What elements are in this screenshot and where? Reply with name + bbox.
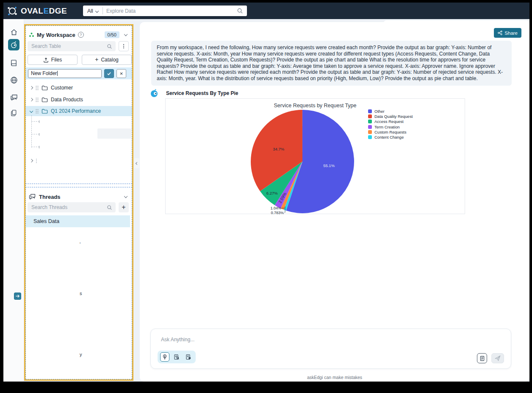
- legend-label: Other: [374, 109, 385, 114]
- folder-icon: [42, 97, 48, 103]
- workspace-menu-kebab[interactable]: [119, 41, 129, 51]
- files-label: Files: [51, 57, 62, 63]
- workspace-header: My Workspace ? 0/50: [29, 31, 129, 39]
- send-button[interactable]: [491, 353, 504, 363]
- search-icon[interactable]: [107, 44, 112, 49]
- search-threads-input[interactable]: [28, 204, 107, 210]
- share-icon: [498, 31, 502, 35]
- app-background: OVALEDGE All: [3, 3, 529, 382]
- collapse-workspace-chevron[interactable]: [124, 32, 127, 36]
- chevron-right-icon: [30, 159, 33, 162]
- legend-swatch: [368, 125, 372, 129]
- workspace-cluster-icon: [29, 32, 34, 38]
- search-scope-value: All: [87, 8, 93, 14]
- text-fragment: y: [80, 352, 82, 357]
- lightbulb-icon[interactable]: [160, 352, 169, 362]
- application-window: OVALEDGE All: [0, 0, 532, 393]
- top-navbar: OVALEDGE All: [3, 3, 529, 19]
- legend-item[interactable]: Content Change: [368, 134, 413, 139]
- confirm-folder-button[interactable]: [104, 69, 114, 78]
- legend-item[interactable]: Access Request: [368, 119, 413, 124]
- legend-item[interactable]: Custom Requests: [368, 129, 413, 134]
- workspace-panel: My Workspace ? 0/50 Files: [24, 24, 133, 381]
- legend-item[interactable]: Data Quality Request: [368, 114, 413, 119]
- new-folder-value: New Folder: [31, 70, 57, 76]
- askedgi-bot-icon[interactable]: [8, 39, 19, 50]
- collapse-threads-chevron[interactable]: [124, 194, 127, 198]
- legend-item[interactable]: Term Creation: [368, 124, 413, 129]
- drag-handle-icon[interactable]: [36, 109, 39, 114]
- document-icon[interactable]: [477, 353, 487, 363]
- drag-handle-icon[interactable]: [36, 86, 39, 90]
- legend-swatch: [368, 130, 372, 134]
- catalog-button[interactable]: + Catalog: [82, 55, 132, 65]
- legend-label: Access Request: [374, 119, 404, 124]
- search-icon[interactable]: [237, 8, 243, 14]
- legend-label: Content Change: [374, 135, 404, 139]
- thread-item-sales-data[interactable]: Sales Data: [26, 215, 130, 227]
- folder-icon: [42, 85, 48, 91]
- upload-icon: [43, 57, 49, 63]
- tree-item-collapsed[interactable]: [26, 156, 132, 165]
- ask-tools-group: [158, 351, 196, 363]
- tree-guide-line: [31, 115, 32, 148]
- chat-icon[interactable]: [8, 91, 19, 103]
- cancel-folder-button[interactable]: ×: [116, 69, 126, 78]
- text-fragment: ': [80, 242, 80, 247]
- files-button[interactable]: Files: [28, 55, 78, 65]
- pie-value-label: 55.1%: [323, 163, 335, 168]
- text-fragment: s: [80, 291, 82, 296]
- ask-right-tools: [477, 353, 504, 363]
- catalog-label: Catalog: [101, 57, 118, 63]
- legend-swatch: [368, 109, 372, 113]
- search-threads-box: [28, 202, 116, 212]
- new-folder-input[interactable]: New Folder: [28, 69, 102, 78]
- pie-chart-card: Service Requests by Request Type 55.1%2.…: [165, 98, 465, 214]
- drag-handle-icon[interactable]: [36, 159, 37, 163]
- search-table-box: [28, 41, 116, 51]
- help-icon[interactable]: ?: [78, 32, 84, 38]
- section-divider: [25, 187, 132, 187]
- expand-arrow-button[interactable]: [14, 293, 21, 300]
- globe-icon[interactable]: [8, 74, 19, 86]
- section-divider: [25, 184, 132, 184]
- left-icon-rail: [3, 19, 24, 382]
- brand-name: OVALEDGE: [21, 6, 67, 16]
- threads-title: Threads: [39, 194, 61, 200]
- text-caret: [57, 71, 58, 76]
- ask-input[interactable]: [156, 334, 506, 345]
- pie-value-label: 6.27%: [266, 191, 278, 195]
- tree-item-customer[interactable]: Customer: [26, 83, 132, 92]
- loading-placeholder: [97, 128, 131, 139]
- collapse-panel-handle[interactable]: [134, 158, 139, 168]
- chat-content-card: Share From my workspace, I need the foll…: [140, 22, 529, 382]
- share-button[interactable]: Share: [494, 28, 521, 38]
- global-search-input[interactable]: [103, 8, 237, 14]
- documents-icon[interactable]: [8, 107, 19, 119]
- document-settings-icon[interactable]: [184, 352, 193, 362]
- disclaimer-text: askEdgi can make mistakes: [140, 375, 529, 380]
- document-search-icon[interactable]: [172, 352, 181, 362]
- drag-handle-icon[interactable]: [36, 98, 39, 102]
- home-icon[interactable]: [8, 26, 19, 38]
- legend-item[interactable]: Other: [368, 109, 413, 114]
- chevron-right-icon: [30, 86, 33, 89]
- search-table-input[interactable]: [28, 43, 107, 49]
- thread-label: Sales Data: [33, 218, 59, 224]
- new-thread-button[interactable]: +: [119, 202, 129, 212]
- tree-item-data-products[interactable]: Data Products: [26, 95, 132, 104]
- workspace-count-badge: 0/50: [105, 31, 119, 38]
- tree-item-q1-2024-performance[interactable]: Q1 2024 Performance: [26, 106, 132, 116]
- legend-label: Custom Requests: [374, 130, 407, 134]
- catalog-book-icon[interactable]: [8, 57, 19, 69]
- share-label: Share: [504, 31, 518, 36]
- pie-callout-label: 1.04%: [270, 206, 281, 210]
- search-scope-dropdown[interactable]: All: [83, 6, 103, 16]
- ovaledge-logo-icon: [7, 6, 18, 17]
- legend-swatch: [368, 114, 372, 118]
- tree-item-label: Data Products: [51, 97, 83, 103]
- threads-chat-icon: [29, 194, 36, 200]
- search-icon[interactable]: [107, 205, 112, 210]
- new-folder-row: New Folder ×: [26, 67, 132, 79]
- pie-callout-label: 0.783%: [271, 211, 284, 215]
